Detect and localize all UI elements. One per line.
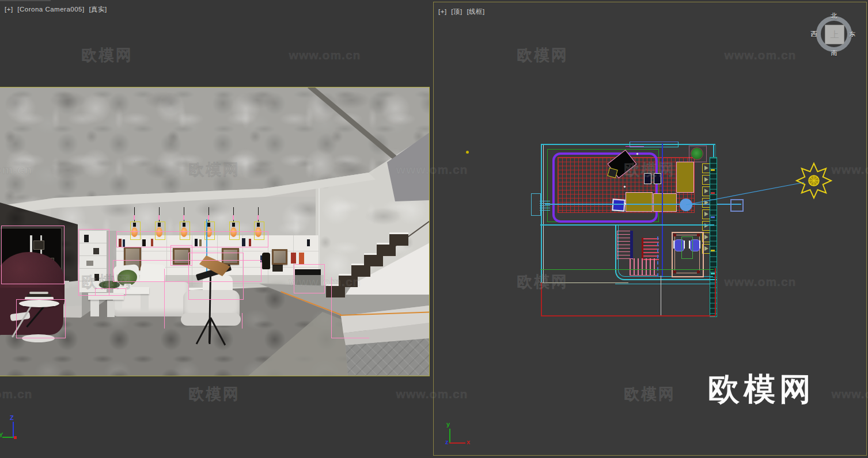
lamp-selection-tick xyxy=(134,215,135,220)
selection-outline xyxy=(294,264,325,293)
axis-x-label: x xyxy=(467,438,470,445)
helper-dot[interactable] xyxy=(466,151,469,154)
axis-y-line xyxy=(449,429,450,444)
floor-line-teal xyxy=(615,284,715,284)
nook-table-outline xyxy=(681,236,693,259)
stool-top-view xyxy=(612,199,625,211)
book-stack xyxy=(29,292,48,294)
camera-render-region[interactable] xyxy=(0,87,430,376)
ies-arrow-icon xyxy=(704,177,708,182)
tv-mount-lines xyxy=(540,201,550,211)
lamp-selection-tick xyxy=(257,215,259,220)
books xyxy=(299,253,304,264)
lamp-wire xyxy=(209,207,209,222)
nook-corner xyxy=(673,270,676,273)
coffee-table-leg xyxy=(90,299,99,316)
sofa-outline[interactable] xyxy=(552,152,658,223)
lamp-selection-tick xyxy=(183,215,184,220)
stair-rail xyxy=(630,231,633,258)
boundary-red xyxy=(715,268,716,316)
lamp-wire xyxy=(184,207,184,222)
selection-line xyxy=(242,313,242,329)
selection-line xyxy=(331,277,332,338)
viewport-menu-general[interactable]: [+] xyxy=(5,6,13,13)
stool-pair xyxy=(644,173,651,184)
staircase-run xyxy=(630,258,657,276)
light-target-square[interactable] xyxy=(730,199,744,212)
world-axis-gizmo: Z Y xyxy=(0,411,40,452)
selection-line xyxy=(331,338,369,338)
floor-line-green xyxy=(540,269,714,270)
wall-line xyxy=(543,145,544,283)
viewcube-north[interactable]: 北 xyxy=(831,12,837,20)
coffee-table-top-view[interactable] xyxy=(626,192,653,212)
nook-corner xyxy=(673,234,676,236)
lamp-wire xyxy=(134,207,135,222)
viewcube-south[interactable]: 南 xyxy=(831,49,837,58)
selection-outline xyxy=(116,231,268,247)
ies-arrow-icon xyxy=(704,200,708,205)
axis-x-dot xyxy=(14,436,17,439)
framed-picture xyxy=(272,249,287,265)
lamp-selection-tick xyxy=(158,215,160,220)
viewport-label-left: [+] [Corona Camera005] [真实] xyxy=(5,5,109,14)
site-logo: 欧模网 xyxy=(708,368,815,411)
axis-z-label: z xyxy=(445,438,449,445)
lamp-cap xyxy=(232,223,235,227)
lamp-selection-tick xyxy=(208,215,209,220)
selection-outline xyxy=(1,226,65,284)
shelf-mark xyxy=(711,216,715,218)
shelf-mark xyxy=(711,169,715,171)
viewport-menu-pov[interactable]: [Corona Camera005] xyxy=(17,6,84,13)
sideboard-top[interactable] xyxy=(676,162,694,193)
viewport-menu-pov[interactable]: [顶] xyxy=(451,8,462,15)
plant-selection xyxy=(689,146,707,162)
corona-sun-light[interactable] xyxy=(797,163,831,198)
wall-line xyxy=(661,276,661,316)
viewcube-east[interactable]: 东 xyxy=(850,30,856,39)
world-axis-gizmo: y x z xyxy=(434,411,480,451)
staircase-flight[interactable] xyxy=(643,238,659,261)
viewport-menu-shading[interactable]: [真实] xyxy=(89,6,107,13)
viewport-menu-shading[interactable]: [线框] xyxy=(467,8,484,15)
axis-z-line xyxy=(13,422,14,438)
stair-step xyxy=(389,232,408,246)
lamp-cap xyxy=(183,223,185,227)
book-stack xyxy=(27,294,51,297)
lamp-cap xyxy=(133,223,136,227)
shelf-vase xyxy=(262,253,270,269)
ies-arrow-icon xyxy=(704,166,708,170)
ies-arrow-icon xyxy=(704,212,708,216)
chair-bracket xyxy=(673,241,674,249)
selection-line xyxy=(164,269,165,329)
viewcube-west[interactable]: 西 xyxy=(811,30,817,39)
stool-pair xyxy=(654,173,661,184)
sun-spoke xyxy=(810,177,817,184)
lamp-wire xyxy=(159,207,160,222)
3dsmax-viewport-area: [+] [Corona Camera005] [真实] xyxy=(0,0,868,458)
lamp-wire xyxy=(258,207,259,222)
selection-outline xyxy=(16,299,66,338)
boundary-red xyxy=(541,283,542,316)
books xyxy=(307,239,310,246)
viewcube[interactable]: 上 北 南 西 东 xyxy=(812,10,862,63)
coffee-table-leg xyxy=(107,300,115,317)
axis-z-label: Z xyxy=(10,414,14,421)
sun-center-icon xyxy=(809,175,819,186)
viewport-menu-general[interactable]: [+] xyxy=(438,8,447,15)
sun-spoke xyxy=(810,177,817,184)
selection-outline xyxy=(78,229,109,296)
magenta-line xyxy=(626,146,644,147)
corona-light-sphere[interactable] xyxy=(680,199,692,211)
viewport-camera[interactable]: [+] [Corona Camera005] [真实] xyxy=(0,0,430,458)
boundary-red xyxy=(541,315,715,316)
viewcube-top-face[interactable]: 上 xyxy=(825,25,844,44)
lamp-cap xyxy=(158,223,161,227)
guide-line-dashed xyxy=(657,236,658,277)
axis-y-label: Y xyxy=(0,432,3,438)
wall-line xyxy=(541,144,715,145)
shelf-mark xyxy=(711,192,715,194)
lamp-cap xyxy=(257,223,260,227)
coffee-table-top-view[interactable] xyxy=(653,193,677,212)
axis-x-line xyxy=(449,442,465,444)
